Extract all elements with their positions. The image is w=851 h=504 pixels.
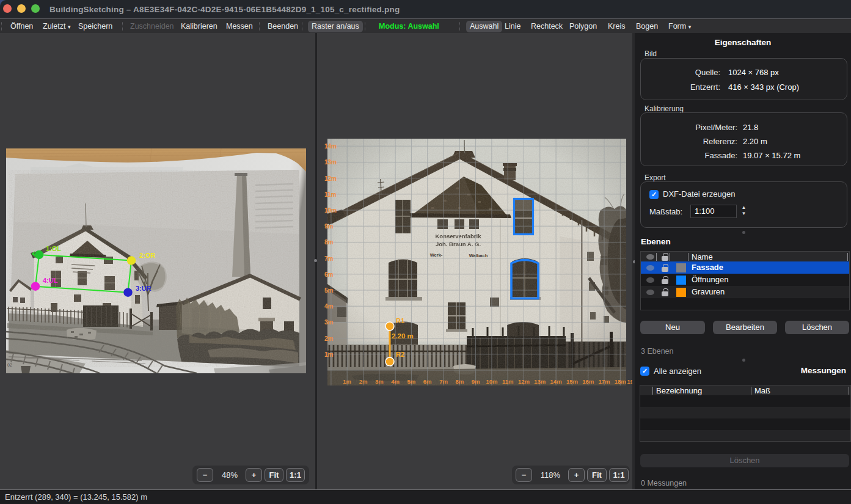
svg-text:11m: 11m (324, 191, 337, 198)
svg-text:18m: 18m (615, 378, 626, 385)
svg-text:5m: 5m (407, 378, 416, 385)
svg-text:7m: 7m (324, 255, 334, 262)
svg-text:9m: 9m (324, 223, 334, 230)
svg-text:10m: 10m (486, 378, 497, 385)
svg-text:2m: 2m (324, 335, 334, 342)
svg-text:1:OL: 1:OL (46, 245, 61, 252)
svg-text:2:OR: 2:OR (139, 252, 155, 259)
svg-text:15m: 15m (566, 378, 578, 385)
svg-text:11m: 11m (502, 378, 514, 385)
svg-text:16m: 16m (582, 378, 594, 385)
svg-text:17m: 17m (598, 378, 610, 385)
svg-text:3:UR: 3:UR (136, 285, 152, 292)
svg-text:13m: 13m (324, 159, 337, 166)
svg-text:6m: 6m (324, 271, 334, 278)
svg-text:8m: 8m (455, 378, 464, 385)
svg-text:2.20 m: 2.20 m (392, 332, 414, 340)
svg-text:2m: 2m (359, 378, 368, 385)
svg-text:10m: 10m (324, 207, 337, 214)
svg-text:14m: 14m (550, 378, 562, 385)
svg-text:12m: 12m (518, 378, 530, 385)
svg-text:R2: R2 (396, 351, 404, 358)
svg-text:3m: 3m (375, 378, 384, 385)
svg-text:14m: 14m (324, 143, 337, 150)
svg-text:6m: 6m (423, 378, 432, 385)
svg-text:9m: 9m (472, 378, 480, 385)
svg-text:R1: R1 (396, 317, 404, 324)
svg-text:13m: 13m (534, 378, 546, 385)
svg-text:4m: 4m (324, 303, 334, 310)
svg-text:7m: 7m (439, 378, 448, 385)
svg-text:3m: 3m (324, 319, 334, 326)
svg-text:12m: 12m (324, 175, 337, 182)
svg-text:4m: 4m (391, 378, 400, 385)
svg-text:1m: 1m (343, 378, 351, 385)
svg-text:1m: 1m (324, 351, 334, 358)
svg-text:8m: 8m (324, 239, 334, 246)
svg-text:02: 02 (7, 363, 12, 367)
svg-text:4:UL: 4:UL (43, 277, 58, 284)
svg-text:5m: 5m (324, 287, 334, 294)
